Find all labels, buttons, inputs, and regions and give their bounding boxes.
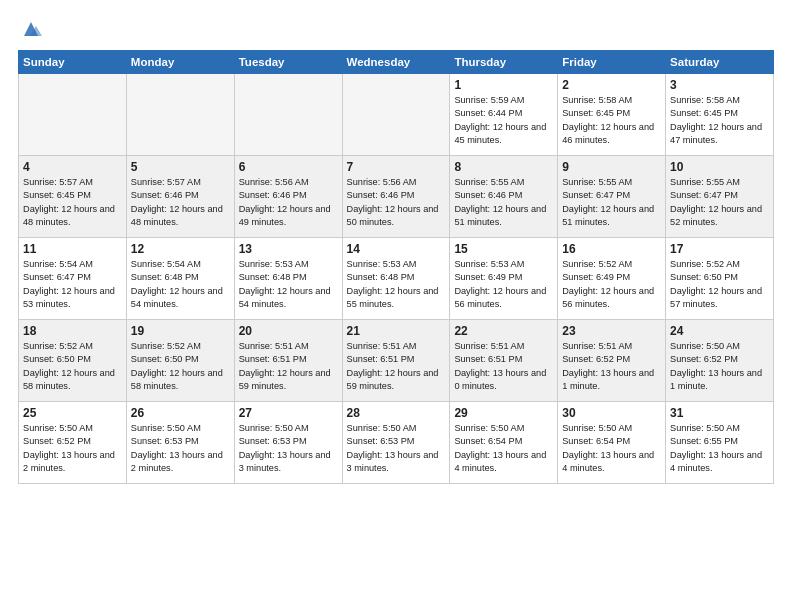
- day-number: 24: [670, 324, 769, 338]
- calendar-day-cell: 17Sunrise: 5:52 AMSunset: 6:50 PMDayligh…: [666, 238, 774, 320]
- day-info: Sunrise: 5:51 AMSunset: 6:51 PMDaylight:…: [347, 340, 446, 393]
- day-number: 17: [670, 242, 769, 256]
- calendar-day-cell: 8Sunrise: 5:55 AMSunset: 6:46 PMDaylight…: [450, 156, 558, 238]
- calendar-table: SundayMondayTuesdayWednesdayThursdayFrid…: [18, 50, 774, 484]
- day-number: 22: [454, 324, 553, 338]
- calendar-day-cell: 23Sunrise: 5:51 AMSunset: 6:52 PMDayligh…: [558, 320, 666, 402]
- day-info: Sunrise: 5:50 AMSunset: 6:54 PMDaylight:…: [562, 422, 661, 475]
- header: [18, 18, 774, 40]
- day-number: 23: [562, 324, 661, 338]
- day-number: 26: [131, 406, 230, 420]
- weekday-header-friday: Friday: [558, 51, 666, 74]
- day-info: Sunrise: 5:58 AMSunset: 6:45 PMDaylight:…: [670, 94, 769, 147]
- logo: [18, 18, 42, 40]
- day-info: Sunrise: 5:57 AMSunset: 6:46 PMDaylight:…: [131, 176, 230, 229]
- day-info: Sunrise: 5:51 AMSunset: 6:51 PMDaylight:…: [239, 340, 338, 393]
- day-number: 31: [670, 406, 769, 420]
- day-number: 4: [23, 160, 122, 174]
- day-info: Sunrise: 5:52 AMSunset: 6:50 PMDaylight:…: [670, 258, 769, 311]
- day-number: 15: [454, 242, 553, 256]
- calendar-week-row: 25Sunrise: 5:50 AMSunset: 6:52 PMDayligh…: [19, 402, 774, 484]
- day-number: 2: [562, 78, 661, 92]
- day-number: 14: [347, 242, 446, 256]
- calendar-day-cell: 18Sunrise: 5:52 AMSunset: 6:50 PMDayligh…: [19, 320, 127, 402]
- day-info: Sunrise: 5:56 AMSunset: 6:46 PMDaylight:…: [347, 176, 446, 229]
- day-info: Sunrise: 5:56 AMSunset: 6:46 PMDaylight:…: [239, 176, 338, 229]
- calendar-day-cell: [19, 74, 127, 156]
- day-info: Sunrise: 5:59 AMSunset: 6:44 PMDaylight:…: [454, 94, 553, 147]
- day-number: 12: [131, 242, 230, 256]
- day-info: Sunrise: 5:52 AMSunset: 6:50 PMDaylight:…: [131, 340, 230, 393]
- day-number: 9: [562, 160, 661, 174]
- day-number: 29: [454, 406, 553, 420]
- day-info: Sunrise: 5:55 AMSunset: 6:46 PMDaylight:…: [454, 176, 553, 229]
- weekday-header-saturday: Saturday: [666, 51, 774, 74]
- day-number: 3: [670, 78, 769, 92]
- day-info: Sunrise: 5:57 AMSunset: 6:45 PMDaylight:…: [23, 176, 122, 229]
- calendar-day-cell: [342, 74, 450, 156]
- day-number: 21: [347, 324, 446, 338]
- day-number: 10: [670, 160, 769, 174]
- day-info: Sunrise: 5:50 AMSunset: 6:53 PMDaylight:…: [131, 422, 230, 475]
- day-number: 20: [239, 324, 338, 338]
- day-info: Sunrise: 5:50 AMSunset: 6:53 PMDaylight:…: [239, 422, 338, 475]
- day-number: 13: [239, 242, 338, 256]
- day-number: 27: [239, 406, 338, 420]
- day-info: Sunrise: 5:51 AMSunset: 6:51 PMDaylight:…: [454, 340, 553, 393]
- day-number: 1: [454, 78, 553, 92]
- day-info: Sunrise: 5:54 AMSunset: 6:48 PMDaylight:…: [131, 258, 230, 311]
- calendar-day-cell: 15Sunrise: 5:53 AMSunset: 6:49 PMDayligh…: [450, 238, 558, 320]
- calendar-day-cell: 13Sunrise: 5:53 AMSunset: 6:48 PMDayligh…: [234, 238, 342, 320]
- day-info: Sunrise: 5:53 AMSunset: 6:48 PMDaylight:…: [347, 258, 446, 311]
- calendar-day-cell: 7Sunrise: 5:56 AMSunset: 6:46 PMDaylight…: [342, 156, 450, 238]
- calendar-day-cell: 3Sunrise: 5:58 AMSunset: 6:45 PMDaylight…: [666, 74, 774, 156]
- calendar-day-cell: 26Sunrise: 5:50 AMSunset: 6:53 PMDayligh…: [126, 402, 234, 484]
- calendar-day-cell: 29Sunrise: 5:50 AMSunset: 6:54 PMDayligh…: [450, 402, 558, 484]
- day-number: 11: [23, 242, 122, 256]
- weekday-header-row: SundayMondayTuesdayWednesdayThursdayFrid…: [19, 51, 774, 74]
- logo-icon: [20, 18, 42, 40]
- calendar-day-cell: 1Sunrise: 5:59 AMSunset: 6:44 PMDaylight…: [450, 74, 558, 156]
- calendar-week-row: 1Sunrise: 5:59 AMSunset: 6:44 PMDaylight…: [19, 74, 774, 156]
- calendar-day-cell: 11Sunrise: 5:54 AMSunset: 6:47 PMDayligh…: [19, 238, 127, 320]
- calendar-day-cell: [126, 74, 234, 156]
- calendar-day-cell: 21Sunrise: 5:51 AMSunset: 6:51 PMDayligh…: [342, 320, 450, 402]
- calendar-day-cell: 20Sunrise: 5:51 AMSunset: 6:51 PMDayligh…: [234, 320, 342, 402]
- day-number: 7: [347, 160, 446, 174]
- day-number: 19: [131, 324, 230, 338]
- calendar-day-cell: 27Sunrise: 5:50 AMSunset: 6:53 PMDayligh…: [234, 402, 342, 484]
- weekday-header-wednesday: Wednesday: [342, 51, 450, 74]
- calendar-day-cell: [234, 74, 342, 156]
- calendar-day-cell: 14Sunrise: 5:53 AMSunset: 6:48 PMDayligh…: [342, 238, 450, 320]
- calendar-week-row: 18Sunrise: 5:52 AMSunset: 6:50 PMDayligh…: [19, 320, 774, 402]
- calendar-day-cell: 28Sunrise: 5:50 AMSunset: 6:53 PMDayligh…: [342, 402, 450, 484]
- calendar-day-cell: 4Sunrise: 5:57 AMSunset: 6:45 PMDaylight…: [19, 156, 127, 238]
- day-info: Sunrise: 5:50 AMSunset: 6:52 PMDaylight:…: [23, 422, 122, 475]
- day-number: 16: [562, 242, 661, 256]
- weekday-header-monday: Monday: [126, 51, 234, 74]
- day-info: Sunrise: 5:50 AMSunset: 6:55 PMDaylight:…: [670, 422, 769, 475]
- weekday-header-tuesday: Tuesday: [234, 51, 342, 74]
- calendar-day-cell: 25Sunrise: 5:50 AMSunset: 6:52 PMDayligh…: [19, 402, 127, 484]
- day-info: Sunrise: 5:50 AMSunset: 6:54 PMDaylight:…: [454, 422, 553, 475]
- calendar-week-row: 11Sunrise: 5:54 AMSunset: 6:47 PMDayligh…: [19, 238, 774, 320]
- day-info: Sunrise: 5:55 AMSunset: 6:47 PMDaylight:…: [562, 176, 661, 229]
- day-info: Sunrise: 5:58 AMSunset: 6:45 PMDaylight:…: [562, 94, 661, 147]
- day-info: Sunrise: 5:53 AMSunset: 6:48 PMDaylight:…: [239, 258, 338, 311]
- calendar-day-cell: 19Sunrise: 5:52 AMSunset: 6:50 PMDayligh…: [126, 320, 234, 402]
- day-info: Sunrise: 5:54 AMSunset: 6:47 PMDaylight:…: [23, 258, 122, 311]
- calendar-day-cell: 30Sunrise: 5:50 AMSunset: 6:54 PMDayligh…: [558, 402, 666, 484]
- calendar-day-cell: 12Sunrise: 5:54 AMSunset: 6:48 PMDayligh…: [126, 238, 234, 320]
- day-info: Sunrise: 5:55 AMSunset: 6:47 PMDaylight:…: [670, 176, 769, 229]
- day-info: Sunrise: 5:53 AMSunset: 6:49 PMDaylight:…: [454, 258, 553, 311]
- day-number: 25: [23, 406, 122, 420]
- calendar-day-cell: 5Sunrise: 5:57 AMSunset: 6:46 PMDaylight…: [126, 156, 234, 238]
- calendar-day-cell: 6Sunrise: 5:56 AMSunset: 6:46 PMDaylight…: [234, 156, 342, 238]
- weekday-header-sunday: Sunday: [19, 51, 127, 74]
- calendar-day-cell: 31Sunrise: 5:50 AMSunset: 6:55 PMDayligh…: [666, 402, 774, 484]
- calendar-day-cell: 16Sunrise: 5:52 AMSunset: 6:49 PMDayligh…: [558, 238, 666, 320]
- calendar-day-cell: 9Sunrise: 5:55 AMSunset: 6:47 PMDaylight…: [558, 156, 666, 238]
- day-number: 8: [454, 160, 553, 174]
- calendar-day-cell: 10Sunrise: 5:55 AMSunset: 6:47 PMDayligh…: [666, 156, 774, 238]
- calendar-day-cell: 22Sunrise: 5:51 AMSunset: 6:51 PMDayligh…: [450, 320, 558, 402]
